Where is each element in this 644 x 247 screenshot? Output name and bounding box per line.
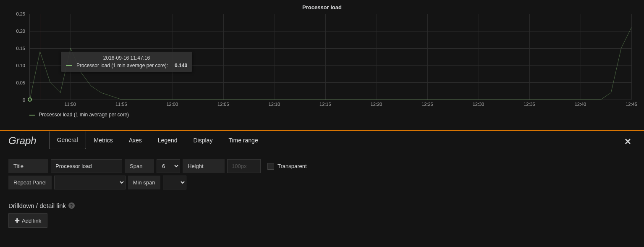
x-tick: 12:30 (473, 102, 484, 107)
y-tick: 0.25 (16, 11, 25, 16)
x-tick: 12:20 (371, 102, 382, 107)
x-tick: 12:25 (421, 102, 433, 107)
help-icon[interactable]: ? (68, 202, 75, 209)
crosshair-line (40, 14, 40, 100)
height-label: Height (183, 159, 225, 173)
repeat-label: Repeat Panel (8, 176, 52, 189)
editor-tabs: GeneralMetricsAxesLegendDisplayTime rang… (49, 132, 266, 150)
tab-display[interactable]: Display (185, 131, 220, 149)
y-tick: 0.20 (16, 29, 25, 34)
title-input[interactable] (51, 159, 122, 173)
minspan-select[interactable] (163, 176, 186, 189)
y-axis: 00.050.100.150.200.25 (8, 14, 29, 100)
tooltip-swatch (66, 65, 72, 66)
drilldown-section: Drilldown / detail link ? ✚ Add link (8, 202, 636, 228)
panel-editor: Graph GeneralMetricsAxesLegendDisplayTim… (0, 130, 644, 236)
x-tick: 12:40 (575, 102, 586, 107)
tooltip-value: 0.140 (175, 63, 187, 68)
tooltip-series-label: Processor load (1 min average per core): (76, 63, 168, 68)
editor-type-title: Graph (8, 131, 37, 151)
chart-legend[interactable]: Processor load (1 min average per core) (29, 112, 636, 118)
title-label: Title (8, 159, 48, 173)
editor-header: Graph GeneralMetricsAxesLegendDisplayTim… (8, 131, 636, 151)
chart-plot-area[interactable]: 00.050.100.150.200.25 2016-09-16 11:47:1… (8, 14, 631, 100)
legend-swatch (29, 115, 35, 116)
repeat-select[interactable] (54, 176, 126, 189)
add-link-button[interactable]: ✚ Add link (8, 213, 47, 228)
x-tick: 12:45 (626, 102, 637, 107)
close-icon[interactable]: ✕ (624, 137, 631, 147)
height-input[interactable] (227, 159, 261, 173)
tab-axes[interactable]: Axes (121, 131, 150, 149)
add-link-label: Add link (22, 218, 41, 224)
x-tick: 12:35 (524, 102, 535, 107)
x-axis: 11:5011:5512:0012:0512:1012:1512:2012:25… (29, 100, 631, 108)
minspan-label: Min span (128, 176, 160, 189)
tab-general[interactable]: General (49, 131, 86, 149)
chart-tooltip: 2016-09-16 11:47:16 Processor load (1 mi… (61, 52, 192, 72)
tab-time-range[interactable]: Time range (220, 131, 266, 149)
tab-metrics[interactable]: Metrics (86, 131, 121, 149)
y-tick: 0 (23, 97, 25, 102)
x-tick: 12:10 (269, 102, 280, 107)
span-select[interactable]: 6 (157, 159, 180, 173)
x-tick: 12:15 (319, 102, 331, 107)
legend-label: Processor load (1 min average per core) (39, 112, 129, 118)
x-tick: 12:00 (167, 102, 178, 107)
plus-icon: ✚ (15, 217, 20, 224)
y-tick: 0.10 (16, 63, 25, 68)
chart-panel: Processor load 00.050.100.150.200.25 201… (0, 0, 644, 130)
x-tick: 11:50 (64, 102, 76, 107)
y-tick: 0.15 (16, 46, 25, 51)
transparent-label: Transparent (277, 163, 307, 169)
chart-title: Processor load (8, 4, 636, 11)
transparent-checkbox[interactable] (267, 163, 274, 170)
general-form: Title Span 6 Height Transparent Repeat P… (8, 159, 636, 189)
tab-legend[interactable]: Legend (150, 131, 186, 149)
drilldown-title: Drilldown / detail link (8, 202, 66, 209)
x-tick: 11:55 (115, 102, 127, 107)
x-tick: 12:05 (217, 102, 229, 107)
y-tick: 0.05 (16, 80, 25, 85)
span-label: Span (125, 159, 154, 173)
tooltip-time: 2016-09-16 11:47:16 (66, 55, 187, 61)
